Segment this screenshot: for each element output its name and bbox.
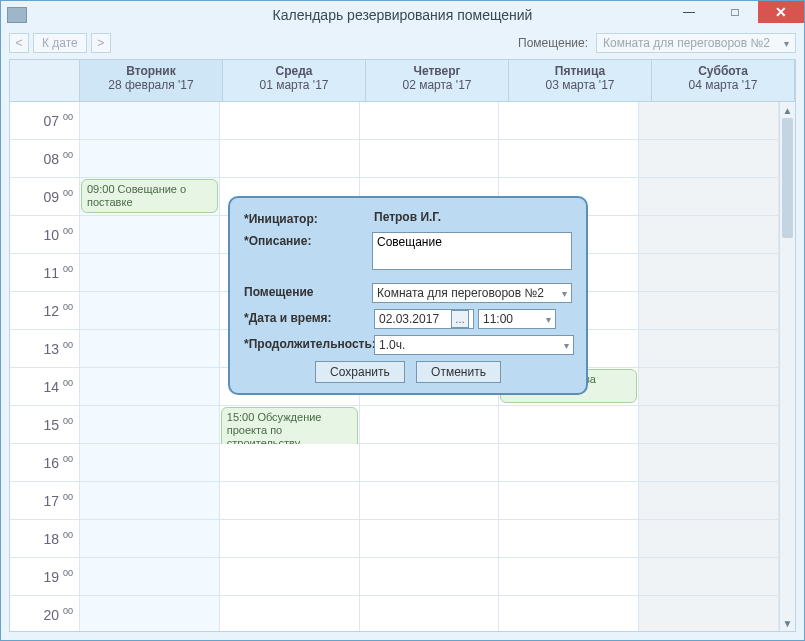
calendar-cell[interactable] xyxy=(360,406,500,444)
calendar-cell[interactable] xyxy=(639,444,779,482)
calendar-cell[interactable] xyxy=(499,596,639,631)
vertical-scrollbar[interactable]: ▲ ▼ xyxy=(779,102,795,631)
next-button[interactable]: > xyxy=(91,33,111,53)
hour-row: 150015:00 Обсуждение проекта по строител… xyxy=(10,406,779,444)
calendar-cell[interactable] xyxy=(360,444,500,482)
date-input[interactable]: 02.03.2017 … xyxy=(374,309,474,329)
day-header[interactable]: Вторник 28 февраля '17 xyxy=(80,60,223,101)
close-button[interactable]: ✕ xyxy=(758,1,804,23)
titlebar: Календарь резервирования помещений — □ ✕ xyxy=(1,1,804,29)
calendar-cell[interactable] xyxy=(499,140,639,178)
time-label: 1200 xyxy=(10,292,80,330)
calendar-cell[interactable] xyxy=(220,558,360,596)
scroll-track[interactable] xyxy=(780,118,795,615)
time-label: 1100 xyxy=(10,254,80,292)
calendar-cell[interactable] xyxy=(360,558,500,596)
calendar-cell[interactable] xyxy=(80,596,220,631)
room-filter-value: Комната для переговоров №2 xyxy=(603,36,770,50)
save-button[interactable]: Сохранить xyxy=(315,361,405,383)
calendar-cell[interactable] xyxy=(639,558,779,596)
calendar-cell[interactable] xyxy=(80,558,220,596)
calendar-cell[interactable] xyxy=(80,330,220,368)
maximize-button[interactable]: □ xyxy=(712,1,758,23)
window-controls: — □ ✕ xyxy=(666,1,804,23)
calendar-cell[interactable] xyxy=(639,178,779,216)
time-column-header xyxy=(10,60,80,101)
day-header[interactable]: Четверг 02 марта '17 xyxy=(366,60,509,101)
calendar-cell[interactable] xyxy=(80,216,220,254)
calendar-cell[interactable] xyxy=(639,330,779,368)
hour-row: 0700 xyxy=(10,102,779,140)
calendar-cell[interactable]: 09:00 Совещание о поставке xyxy=(80,178,220,216)
calendar-cell[interactable] xyxy=(220,444,360,482)
day-header[interactable]: Среда 01 марта '17 xyxy=(223,60,366,101)
calendar-event[interactable]: 09:00 Совещание о поставке xyxy=(81,179,218,213)
calendar-cell[interactable] xyxy=(499,406,639,444)
calendar-cell[interactable] xyxy=(639,292,779,330)
hour-row: 1900 xyxy=(10,558,779,596)
calendar-cell[interactable] xyxy=(639,102,779,140)
time-label: 0800 xyxy=(10,140,80,178)
reservation-dialog: *Инициатор: Петров И.Г. *Описание: Помещ… xyxy=(228,196,588,395)
calendar-cell[interactable] xyxy=(80,102,220,140)
duration-label: *Продолжительность: xyxy=(244,335,374,351)
description-label: *Описание: xyxy=(244,232,372,248)
calendar-cell[interactable] xyxy=(499,444,639,482)
calendar-cell[interactable] xyxy=(220,596,360,631)
cancel-button[interactable]: Отменить xyxy=(416,361,501,383)
chevron-down-icon: ▾ xyxy=(546,314,551,325)
calendar-cell[interactable] xyxy=(499,558,639,596)
calendar-cell[interactable] xyxy=(80,482,220,520)
scroll-up-icon[interactable]: ▲ xyxy=(780,102,795,118)
time-label: 1600 xyxy=(10,444,80,482)
calendar-cell[interactable] xyxy=(639,216,779,254)
calendar-cell[interactable] xyxy=(639,596,779,631)
scroll-down-icon[interactable]: ▼ xyxy=(780,615,795,631)
day-header[interactable]: Суббота 04 марта '17 xyxy=(652,60,795,101)
chevron-down-icon: ▾ xyxy=(562,288,567,299)
prev-button[interactable]: < xyxy=(9,33,29,53)
calendar-cell[interactable] xyxy=(80,444,220,482)
calendar-cell[interactable] xyxy=(220,482,360,520)
calendar-cell[interactable] xyxy=(499,482,639,520)
calendar-cell[interactable] xyxy=(639,368,779,406)
day-header[interactable]: Пятница 03 марта '17 xyxy=(509,60,652,101)
time-label: 1000 xyxy=(10,216,80,254)
calendar-cell[interactable] xyxy=(360,102,500,140)
scroll-thumb[interactable] xyxy=(782,118,793,238)
calendar-cell[interactable] xyxy=(639,520,779,558)
calendar-cell[interactable] xyxy=(80,254,220,292)
room-filter-label: Помещение: xyxy=(518,36,588,50)
calendar-cell[interactable] xyxy=(220,520,360,558)
hour-row: 0800 xyxy=(10,140,779,178)
duration-select[interactable]: 1.0ч. ▾ xyxy=(374,335,574,355)
calendar-cell[interactable] xyxy=(220,140,360,178)
calendar-cell[interactable] xyxy=(499,102,639,140)
calendar-cell[interactable] xyxy=(499,520,639,558)
calendar-cell[interactable] xyxy=(360,482,500,520)
calendar-cell[interactable] xyxy=(80,520,220,558)
calendar-cell[interactable] xyxy=(80,368,220,406)
time-label: 0900 xyxy=(10,178,80,216)
room-select[interactable]: Комната для переговоров №2 ▾ xyxy=(372,283,572,303)
calendar-cell[interactable] xyxy=(360,596,500,631)
room-filter-select[interactable]: Комната для переговоров №2 ▾ xyxy=(596,33,796,53)
calendar-cell[interactable] xyxy=(80,140,220,178)
calendar-cell[interactable] xyxy=(80,292,220,330)
app-icon xyxy=(7,7,27,23)
calendar-cell[interactable] xyxy=(639,406,779,444)
chevron-down-icon: ▾ xyxy=(784,38,789,49)
calendar-cell[interactable] xyxy=(639,254,779,292)
calendar-cell[interactable] xyxy=(639,482,779,520)
calendar-cell[interactable]: 15:00 Обсуждение проекта по строительств… xyxy=(220,406,360,444)
description-input[interactable] xyxy=(372,232,572,270)
calendar-cell[interactable] xyxy=(80,406,220,444)
goto-date-button[interactable]: К дате xyxy=(33,33,87,53)
calendar-cell[interactable] xyxy=(360,140,500,178)
calendar-cell[interactable] xyxy=(220,102,360,140)
minimize-button[interactable]: — xyxy=(666,1,712,23)
calendar-cell[interactable] xyxy=(639,140,779,178)
calendar-cell[interactable] xyxy=(360,520,500,558)
time-select[interactable]: 11:00 ▾ xyxy=(478,309,556,329)
date-picker-icon[interactable]: … xyxy=(451,310,469,328)
